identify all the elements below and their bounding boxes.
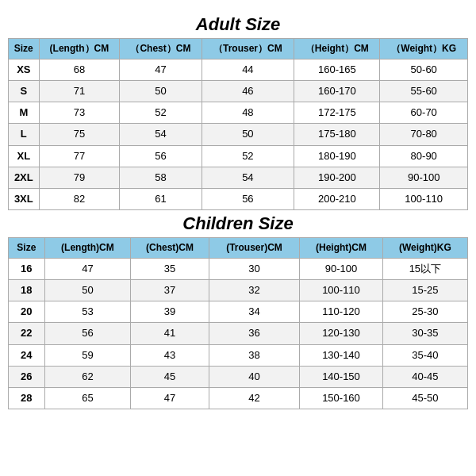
table-cell: 20 (9, 301, 45, 323)
children-size-table: Size(Length)CM(Chest)CM(Trouser)CM(Heigh… (8, 237, 468, 409)
table-row: XS684744160-16550-60 (9, 59, 468, 80)
table-cell: 75 (39, 124, 120, 145)
table-cell: 73 (39, 102, 120, 124)
table-cell: 47 (44, 258, 130, 279)
table-cell: 47 (131, 388, 209, 409)
table-cell: 50-60 (380, 59, 468, 80)
table-cell: 55-60 (380, 80, 468, 102)
table-cell: 24 (9, 344, 45, 366)
table-cell: 40 (209, 366, 299, 387)
table-cell: 50 (44, 280, 130, 301)
table-row: 22564136120-13030-35 (9, 323, 468, 344)
table-cell: 56 (44, 323, 130, 344)
table-cell: 30 (209, 258, 299, 279)
table-cell: 45 (131, 366, 209, 387)
adult-header-cell: （Trouser）CM (202, 39, 294, 60)
table-cell: 160-170 (294, 80, 380, 102)
table-cell: 52 (202, 145, 294, 167)
table-row: M735248172-17560-70 (9, 102, 468, 124)
table-cell: S (9, 80, 40, 102)
table-cell: 50 (120, 80, 202, 102)
table-cell: 37 (131, 280, 209, 301)
table-cell: 35-40 (382, 344, 467, 366)
children-header-cell: (Weight)KG (382, 238, 467, 259)
table-cell: 38 (209, 344, 299, 366)
table-cell: 56 (202, 188, 294, 209)
table-cell: M (9, 102, 40, 124)
table-row: 18503732100-11015-25 (9, 280, 468, 301)
table-cell: XL (9, 145, 40, 167)
table-cell: 68 (39, 59, 120, 80)
table-cell: 41 (131, 323, 209, 344)
table-cell: 200-210 (294, 188, 380, 209)
table-cell: 40-45 (382, 366, 467, 387)
table-row: 26624540140-15040-45 (9, 366, 468, 387)
table-cell: 47 (120, 59, 202, 80)
table-cell: 77 (39, 145, 120, 167)
table-cell: 2XL (9, 167, 40, 188)
table-cell: 16 (9, 258, 45, 279)
table-cell: 28 (9, 388, 45, 409)
table-cell: 36 (209, 323, 299, 344)
table-cell: 35 (131, 258, 209, 279)
adult-header-cell: Size (9, 39, 40, 60)
table-cell: 190-200 (294, 167, 380, 188)
table-cell: 45-50 (382, 388, 467, 409)
table-cell: 48 (202, 102, 294, 124)
table-cell: 46 (202, 80, 294, 102)
table-cell: 61 (120, 188, 202, 209)
table-cell: 22 (9, 323, 45, 344)
table-cell: 15-25 (382, 280, 467, 301)
table-cell: 30-35 (382, 323, 467, 344)
table-cell: 150-160 (300, 388, 383, 409)
table-cell: 100-110 (380, 188, 468, 209)
table-cell: 180-190 (294, 145, 380, 167)
table-cell: 58 (120, 167, 202, 188)
adult-title: Adult Size (196, 14, 280, 35)
table-cell: 56 (120, 145, 202, 167)
table-cell: 54 (202, 167, 294, 188)
table-row: L755450175-18070-80 (9, 124, 468, 145)
table-cell: 32 (209, 280, 299, 301)
table-row: 20533934110-12025-30 (9, 301, 468, 323)
table-row: S715046160-17055-60 (9, 80, 468, 102)
children-header-cell: Size (9, 238, 45, 259)
adult-header-cell: （Height）CM (294, 39, 380, 60)
table-row: 28654742150-16045-50 (9, 388, 468, 409)
table-cell: 3XL (9, 188, 40, 209)
table-cell: 60-70 (380, 102, 468, 124)
table-cell: 70-80 (380, 124, 468, 145)
table-cell: 44 (202, 59, 294, 80)
table-row: 24594338130-14035-40 (9, 344, 468, 366)
table-cell: 100-110 (300, 280, 383, 301)
table-cell: 110-120 (300, 301, 383, 323)
children-header-cell: (Chest)CM (131, 238, 209, 259)
table-cell: 18 (9, 280, 45, 301)
table-cell: XS (9, 59, 40, 80)
table-cell: 39 (131, 301, 209, 323)
table-cell: 90-100 (380, 167, 468, 188)
table-cell: 65 (44, 388, 130, 409)
table-row: 3XL826156200-210100-110 (9, 188, 468, 209)
table-cell: 53 (44, 301, 130, 323)
table-row: XL775652180-19080-90 (9, 145, 468, 167)
table-cell: 175-180 (294, 124, 380, 145)
adult-size-table: Size(Length）CM（Chest）CM（Trouser）CM（Heigh… (8, 38, 468, 210)
table-cell: 42 (209, 388, 299, 409)
table-cell: 80-90 (380, 145, 468, 167)
table-cell: 71 (39, 80, 120, 102)
table-cell: 43 (131, 344, 209, 366)
table-cell: 90-100 (300, 258, 383, 279)
table-cell: 140-150 (300, 366, 383, 387)
adult-header-cell: (Length）CM (39, 39, 120, 60)
children-header-cell: (Length)CM (44, 238, 130, 259)
children-header-cell: (Height)CM (300, 238, 383, 259)
table-cell: 172-175 (294, 102, 380, 124)
table-cell: 120-130 (300, 323, 383, 344)
table-cell: 26 (9, 366, 45, 387)
table-row: 1647353090-10015以下 (9, 258, 468, 279)
children-title: Children Size (182, 213, 293, 234)
children-header-cell: (Trouser)CM (209, 238, 299, 259)
table-row: 2XL795854190-20090-100 (9, 167, 468, 188)
table-cell: 50 (202, 124, 294, 145)
